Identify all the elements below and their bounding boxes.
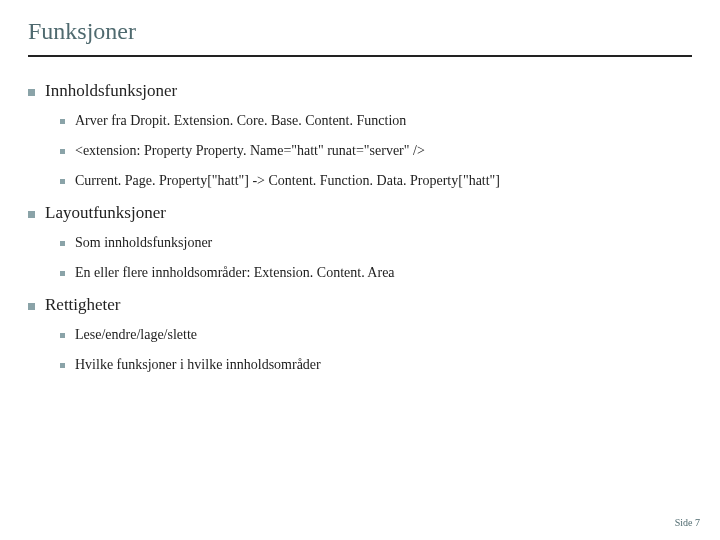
list-item: Current. Page. Property["hatt"] -> Conte… bbox=[75, 173, 500, 189]
list-item: Som innholdsfunksjoner bbox=[75, 235, 212, 251]
list-item: En eller flere innholdsområder: Extensio… bbox=[75, 265, 395, 281]
bullet-icon bbox=[28, 89, 35, 96]
bullet-icon bbox=[60, 149, 65, 154]
section-heading: Rettigheter bbox=[45, 295, 121, 315]
slide-title: Funksjoner bbox=[28, 18, 692, 45]
list-item: Lese/endre/lage/slette bbox=[75, 327, 197, 343]
bullet-icon bbox=[60, 333, 65, 338]
slide: Funksjoner Innholdsfunksjoner Arver fra … bbox=[0, 0, 720, 540]
section-layoutfunksjoner: Layoutfunksjoner Som innholdsfunksjoner … bbox=[28, 203, 692, 281]
list-item: Arver fra Dropit. Extension. Core. Base.… bbox=[75, 113, 406, 129]
bullet-icon bbox=[60, 179, 65, 184]
list-item: <extension: Property Property. Name="hat… bbox=[75, 143, 425, 159]
bullet-icon bbox=[60, 241, 65, 246]
bullet-icon bbox=[28, 211, 35, 218]
section-heading: Innholdsfunksjoner bbox=[45, 81, 177, 101]
bullet-icon bbox=[60, 119, 65, 124]
bullet-icon bbox=[60, 271, 65, 276]
bullet-icon bbox=[28, 303, 35, 310]
section-heading: Layoutfunksjoner bbox=[45, 203, 166, 223]
title-divider bbox=[28, 55, 692, 57]
content-list: Innholdsfunksjoner Arver fra Dropit. Ext… bbox=[28, 81, 692, 373]
list-item: Hvilke funksjoner i hvilke innholdsområd… bbox=[75, 357, 321, 373]
section-innholdsfunksjoner: Innholdsfunksjoner Arver fra Dropit. Ext… bbox=[28, 81, 692, 189]
bullet-icon bbox=[60, 363, 65, 368]
page-number: Side 7 bbox=[675, 517, 700, 528]
section-rettigheter: Rettigheter Lese/endre/lage/slette Hvilk… bbox=[28, 295, 692, 373]
